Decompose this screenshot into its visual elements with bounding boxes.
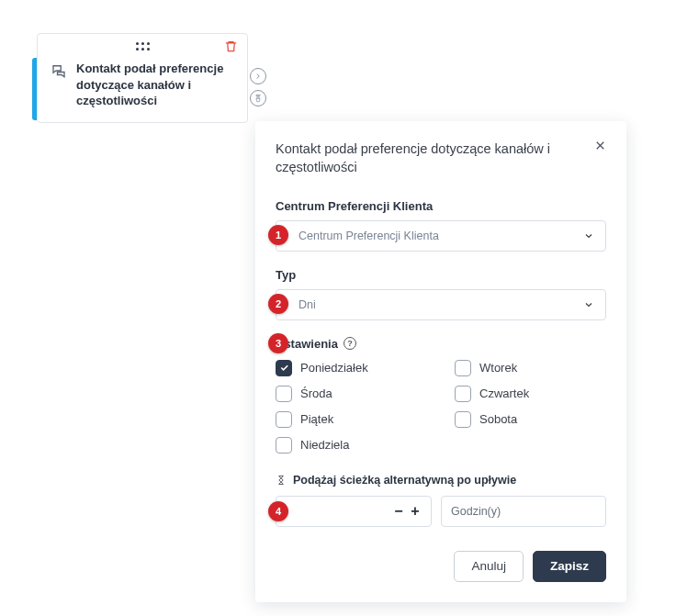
step-badge-2: 2 [268, 294, 288, 314]
hourglass-icon [276, 474, 287, 487]
type-group: Typ 2 Dni [276, 268, 606, 320]
checkbox[interactable] [276, 437, 292, 454]
workflow-node[interactable]: Kontakt podał preferencje dotyczące kana… [37, 33, 248, 123]
preference-center-group: Centrum Preferencji Klienta 1 Centrum Pr… [276, 199, 606, 252]
days-grid: PoniedziałekWtorekŚrodaCzwartekPiątekSob… [276, 358, 606, 457]
continue-port-icon[interactable] [250, 68, 266, 84]
chevron-down-icon [583, 230, 594, 241]
step-badge-3: 3 [268, 333, 288, 353]
checkbox[interactable] [455, 360, 471, 376]
node-accent [32, 58, 37, 120]
help-icon[interactable]: ? [344, 337, 356, 350]
close-icon[interactable] [594, 140, 606, 151]
node-toolbar [38, 34, 247, 55]
cancel-button[interactable]: Anuluj [454, 551, 524, 582]
checkbox[interactable] [455, 411, 471, 428]
drag-handle-icon[interactable] [136, 42, 149, 51]
day-label: Sobota [479, 412, 517, 426]
type-label: Typ [276, 268, 606, 282]
checkbox[interactable] [276, 360, 292, 376]
day-option[interactable]: Środa [276, 386, 427, 402]
alt-path-row: 4 − + Godzin(y) [276, 496, 606, 527]
delete-icon[interactable] [224, 39, 238, 53]
day-label: Środa [300, 386, 332, 400]
alt-port-icon[interactable] [250, 90, 266, 106]
time-unit-select[interactable]: Godzin(y) [441, 496, 606, 527]
type-value: Dni [299, 298, 316, 311]
day-label: Piątek [300, 412, 333, 426]
alt-path-label-text: Podążaj ścieżką alternatywną po upływie [293, 474, 516, 487]
preference-center-select[interactable]: Centrum Preferencji Klienta [276, 220, 606, 252]
settings-label: Ustawienia ? [276, 337, 606, 351]
panel-header: Kontakt podał preferencje dotyczące kana… [276, 140, 606, 177]
panel-title: Kontakt podał preferencje dotyczące kana… [276, 140, 569, 177]
day-label: Czwartek [479, 386, 529, 400]
checkbox[interactable] [455, 386, 471, 402]
increment-button[interactable]: + [407, 503, 423, 520]
step-badge-1: 1 [268, 225, 288, 245]
panel-footer: Anuluj Zapisz [276, 551, 606, 582]
save-button[interactable]: Zapisz [533, 551, 606, 582]
day-option[interactable]: Niedziela [276, 437, 427, 454]
preference-center-value: Centrum Preferencji Klienta [299, 230, 439, 242]
day-option[interactable]: Czwartek [455, 386, 606, 402]
node-title: Kontakt podał preferencje dotyczące kana… [76, 61, 234, 109]
day-label: Poniedziałek [300, 361, 368, 375]
step-badge-4: 4 [268, 501, 288, 521]
preference-center-label: Centrum Preferencji Klienta [276, 199, 606, 213]
time-amount-stepper[interactable]: − + [276, 496, 432, 527]
decrement-button[interactable]: − [390, 503, 407, 520]
checkbox[interactable] [276, 411, 292, 428]
settings-group: 3 Ustawienia ? PoniedziałekWtorekŚrodaCz… [276, 337, 606, 457]
day-option[interactable]: Poniedziałek [276, 360, 427, 376]
node-output-ports [250, 68, 266, 106]
day-label: Niedziela [300, 438, 349, 452]
day-option[interactable]: Sobota [455, 411, 606, 428]
checkbox[interactable] [276, 386, 292, 402]
node-body: Kontakt podał preferencje dotyczące kana… [38, 55, 247, 122]
day-option[interactable]: Piątek [276, 411, 427, 428]
chevron-down-icon [583, 299, 594, 310]
alt-path-group: Podążaj ścieżką alternatywną po upływie … [276, 474, 606, 527]
day-label: Wtorek [479, 361, 517, 375]
preferences-icon [51, 61, 67, 79]
day-option[interactable]: Wtorek [455, 360, 606, 376]
alt-path-label: Podążaj ścieżką alternatywną po upływie [276, 474, 606, 487]
settings-panel: Kontakt podał preferencje dotyczące kana… [255, 121, 626, 602]
time-unit-value: Godzin(y) [451, 505, 501, 518]
type-select[interactable]: Dni [276, 289, 606, 320]
